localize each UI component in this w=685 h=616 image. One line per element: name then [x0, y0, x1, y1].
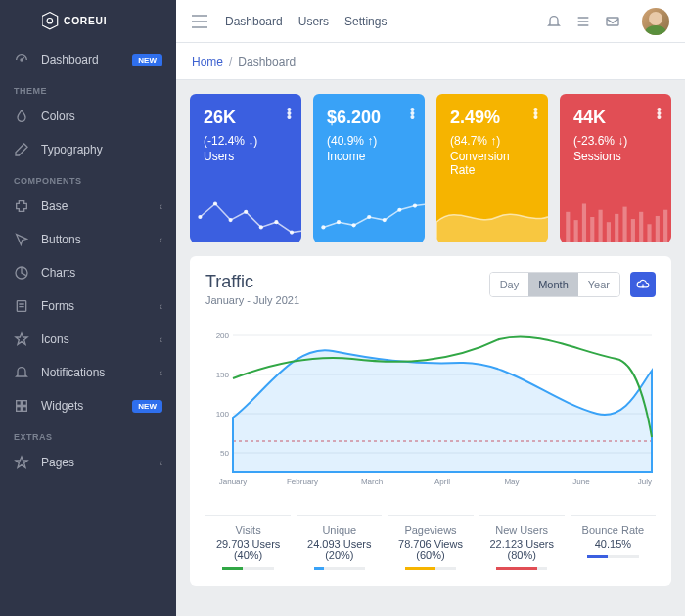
- card-label: Sessions: [573, 150, 658, 163]
- svg-rect-31: [607, 222, 611, 242]
- xtick: May: [504, 477, 519, 486]
- envelope-icon[interactable]: [605, 14, 620, 29]
- card-menu-icon[interactable]: •••: [287, 108, 292, 119]
- traffic-subtitle: January - July 2021: [206, 294, 489, 306]
- svg-rect-29: [590, 217, 594, 242]
- svg-point-23: [397, 208, 401, 212]
- sidebar-item-notifications[interactable]: Notifications ‹: [0, 356, 176, 389]
- sidebar-item-buttons[interactable]: Buttons ‹: [0, 223, 176, 256]
- stat-name: Pageviews: [388, 524, 473, 536]
- sidebar-label: Base: [41, 199, 160, 213]
- xtick: July: [638, 477, 652, 486]
- top-link-settings[interactable]: Settings: [344, 15, 387, 28]
- traffic-chart: 200 150 100 50 January February: [206, 316, 656, 502]
- sidebar: COREUI Dashboard NEW THEME Colors Typogr…: [0, 0, 176, 616]
- sidebar-item-dashboard[interactable]: Dashboard NEW: [0, 43, 176, 76]
- top-link-dashboard[interactable]: Dashboard: [225, 15, 283, 28]
- sidebar-item-typography[interactable]: Typography: [0, 133, 176, 166]
- svg-point-11: [213, 201, 217, 205]
- svg-rect-37: [656, 216, 660, 242]
- svg-marker-0: [42, 13, 58, 29]
- pie-icon: [14, 265, 29, 281]
- card-menu-icon[interactable]: •••: [657, 108, 662, 119]
- range-day[interactable]: Day: [490, 273, 529, 296]
- ytick: 200: [216, 331, 230, 340]
- sidebar-item-icons[interactable]: Icons ‹: [0, 323, 176, 356]
- stat-name: Visits: [206, 524, 291, 536]
- xtick: March: [361, 477, 383, 486]
- sidebar-item-charts[interactable]: Charts: [0, 256, 176, 289]
- card-menu-icon[interactable]: •••: [410, 108, 415, 119]
- range-year[interactable]: Year: [578, 273, 619, 296]
- series-blue: [233, 350, 652, 472]
- xtick: January: [219, 477, 247, 486]
- breadcrumb-home[interactable]: Home: [192, 55, 223, 68]
- card-label: Conversion Rate: [450, 150, 534, 177]
- sidebar-item-forms[interactable]: Forms ‹: [0, 289, 176, 323]
- svg-point-21: [367, 215, 371, 219]
- puzzle-icon: [14, 198, 29, 214]
- content: ••• 26K (-12.4% ↓) Users ••• $6.200 (40.…: [176, 80, 685, 616]
- range-toggle: Day Month Year: [489, 272, 620, 297]
- bell-icon[interactable]: [546, 14, 562, 29]
- avatar[interactable]: [642, 8, 669, 35]
- svg-rect-35: [639, 212, 643, 242]
- new-badge: NEW: [132, 54, 162, 66]
- stat-bounce-rate: Bounce Rate 40.15%: [571, 515, 656, 570]
- sidebar-item-pages[interactable]: Pages ‹: [0, 446, 176, 479]
- top-link-users[interactable]: Users: [298, 15, 329, 28]
- card-income: ••• $6.200 (40.9% ↑) Income: [313, 94, 425, 242]
- sidebar-label: Buttons: [41, 233, 160, 246]
- svg-rect-8: [23, 407, 27, 412]
- sparkline: [313, 192, 425, 242]
- sidebar-item-widgets[interactable]: Widgets NEW: [0, 389, 176, 422]
- card-label: Users: [204, 150, 288, 163]
- section-title-components: COMPONENTS: [0, 166, 176, 190]
- bell-icon: [14, 365, 29, 380]
- sidebar-item-base[interactable]: Base ‹: [0, 190, 176, 223]
- range-month[interactable]: Month: [528, 273, 578, 296]
- svg-rect-26: [566, 212, 570, 242]
- sidebar-label: Pages: [41, 456, 160, 469]
- card-menu-icon[interactable]: •••: [533, 108, 538, 119]
- svg-point-18: [321, 225, 325, 229]
- list-icon[interactable]: [575, 14, 591, 29]
- stat-pageviews: Pageviews 78.706 Views (60%): [388, 515, 473, 570]
- sidebar-label: Icons: [41, 332, 160, 346]
- grid-icon: [14, 398, 29, 414]
- notes-icon: [14, 298, 29, 314]
- sidebar-label: Charts: [41, 266, 162, 280]
- chevron-left-icon: ‹: [160, 201, 162, 212]
- download-button[interactable]: [630, 272, 656, 297]
- sidebar-item-colors[interactable]: Colors: [0, 100, 176, 133]
- traffic-card: Traffic January - July 2021 Day Month Ye…: [190, 256, 671, 586]
- svg-rect-30: [599, 210, 603, 242]
- chevron-left-icon: ‹: [160, 301, 162, 312]
- svg-point-1: [47, 18, 52, 22]
- traffic-title: Traffic: [206, 272, 489, 292]
- card-pct: (40.9% ↑): [327, 134, 411, 148]
- card-value: 26K: [204, 108, 288, 128]
- svg-rect-28: [582, 203, 586, 242]
- new-badge: NEW: [132, 400, 162, 413]
- stat-cards: ••• 26K (-12.4% ↓) Users ••• $6.200 (40.…: [190, 94, 671, 242]
- card-pct: (-23.6% ↓): [573, 134, 658, 148]
- card-conversion: ••• 2.49% (84.7% ↑) Conversion Rate: [436, 94, 548, 242]
- stat-value: 40.15%: [571, 538, 656, 550]
- cloud-download-icon: [636, 278, 650, 291]
- svg-point-10: [198, 215, 202, 219]
- stat-value: 22.123 Users (80%): [480, 538, 565, 561]
- stat-visits: Visits 29.703 Users (40%): [206, 515, 291, 570]
- stat-name: Unique: [297, 524, 382, 536]
- svg-rect-6: [23, 401, 27, 406]
- area-spark: [436, 192, 548, 242]
- brand-logo[interactable]: COREUI: [0, 0, 176, 43]
- brand-text: COREUI: [64, 16, 107, 26]
- stat-value: 24.093 Users (20%): [297, 538, 382, 561]
- sidebar-label: Widgets: [41, 399, 132, 413]
- menu-icon[interactable]: [192, 15, 207, 28]
- svg-point-13: [244, 210, 248, 214]
- svg-point-20: [352, 223, 356, 227]
- svg-rect-5: [17, 401, 22, 406]
- sidebar-label: Forms: [41, 299, 160, 313]
